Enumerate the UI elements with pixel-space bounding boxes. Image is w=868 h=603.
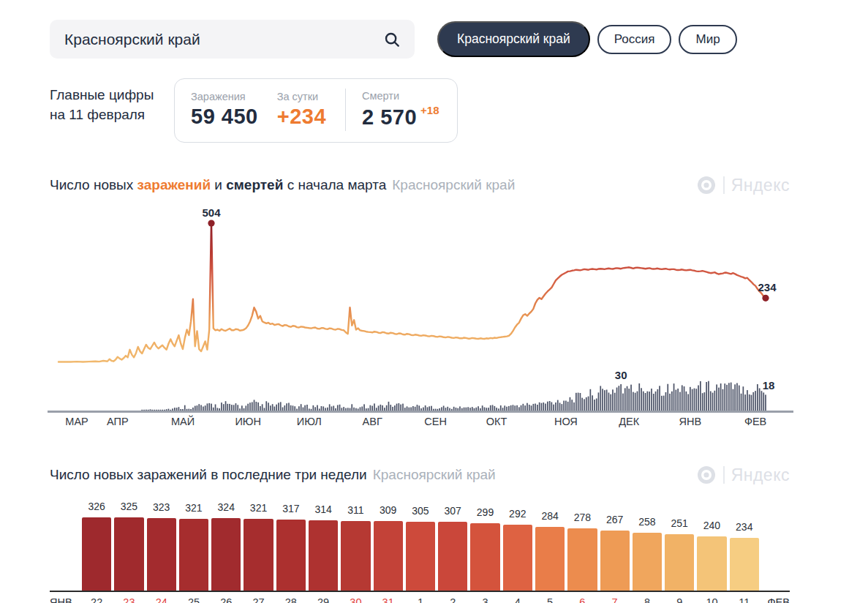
date-label: 23: [114, 596, 143, 603]
bar-column[interactable]: 323: [147, 501, 176, 591]
watermark-divider: [723, 176, 725, 194]
month-label: ОКТ: [486, 416, 507, 427]
date-label: 27: [244, 596, 273, 603]
date-label: 7: [600, 596, 630, 603]
bar-column[interactable]: 321: [179, 502, 208, 591]
bar-column[interactable]: 278: [567, 512, 597, 591]
stat-label: Заражения: [191, 91, 258, 102]
bar[interactable]: [535, 527, 565, 591]
bar-column[interactable]: 251: [665, 517, 694, 591]
bar-value-label: 240: [703, 520, 720, 531]
summary-heading-line1: Главные цифры: [50, 85, 174, 105]
chart2-header: Число новых заражений в последние три не…: [50, 465, 790, 485]
bar-column[interactable]: 305: [406, 505, 435, 591]
infections-line: [59, 223, 766, 362]
bar-value-label: 311: [347, 504, 363, 516]
month-label: МАР: [65, 416, 88, 427]
tab-world[interactable]: Мир: [679, 25, 736, 54]
bar[interactable]: [374, 521, 403, 591]
bar-column[interactable]: 267: [600, 514, 630, 591]
month-label: АПР: [107, 416, 129, 427]
bar[interactable]: [276, 520, 306, 591]
bar-column[interactable]: 325: [114, 501, 143, 591]
title-segment: Число новых: [50, 177, 137, 192]
search-icon[interactable]: [384, 31, 400, 48]
date-label: 26: [211, 596, 241, 603]
deaths-bars: [141, 381, 766, 411]
bar-value-label: 258: [638, 516, 655, 528]
bar[interactable]: [503, 525, 532, 591]
bar-column[interactable]: 321: [244, 502, 273, 591]
date-label: 10: [697, 596, 726, 603]
bar-column[interactable]: 258: [633, 516, 662, 591]
month-label: МАЙ: [171, 415, 195, 427]
bar-column[interactable]: 314: [309, 503, 338, 591]
bar-column[interactable]: 299: [470, 506, 499, 591]
bar-column[interactable]: 309: [374, 504, 403, 591]
search-box[interactable]: [50, 20, 415, 59]
bar[interactable]: [341, 521, 370, 591]
bar-value-label: 325: [121, 501, 137, 512]
date-label: 25: [179, 596, 208, 603]
bar[interactable]: [567, 528, 597, 591]
bar-column[interactable]: 292: [503, 508, 532, 591]
bar-column[interactable]: 240: [697, 520, 726, 591]
yandex-watermark: Яндекс: [696, 175, 790, 195]
bar[interactable]: [665, 534, 694, 591]
bar[interactable]: [730, 538, 759, 591]
bar[interactable]: [147, 518, 176, 591]
bar-value-label: 317: [282, 503, 299, 514]
bar-column[interactable]: 324: [211, 501, 241, 591]
stat-смерти: Смерти2 570+18: [362, 90, 439, 130]
bar[interactable]: [438, 522, 467, 591]
bar[interactable]: [600, 531, 630, 591]
bar[interactable]: [470, 523, 499, 591]
tab-region[interactable]: Красноярский край: [437, 21, 590, 57]
date-label: 24: [147, 596, 176, 603]
month-label: НОЯ: [554, 416, 578, 427]
bar-column[interactable]: 311: [341, 504, 370, 591]
bar-column[interactable]: 234: [730, 521, 759, 591]
bar-value-label: 326: [88, 501, 105, 512]
summary-section: Главные цифры на 11 февраля Заражения59 …: [50, 78, 868, 143]
bar[interactable]: [82, 517, 111, 591]
timeline-chart: МАРАПРМАЙИЮНИЮЛАВГСЕНОКТНОЯДЕКЯНВФЕВ5042…: [48, 200, 868, 433]
title-segment: с начала марта: [283, 177, 386, 192]
bar[interactable]: [406, 522, 435, 591]
date-label: 1: [406, 596, 435, 603]
stat-value: +234: [277, 105, 326, 129]
bar-value-label: 251: [671, 517, 688, 529]
chart2-title: Число новых заражений в последние три не…: [50, 467, 496, 483]
yandex-watermark-2: Яндекс: [696, 465, 790, 485]
search-input[interactable]: [64, 31, 384, 48]
stat-label: За сутки: [277, 91, 326, 102]
stat-value: 2 570+18: [362, 104, 439, 130]
stat-delta: +18: [420, 104, 439, 116]
bar-column[interactable]: 326: [82, 501, 111, 591]
stats-card: Заражения59 450За сутки+234Смерти2 570+1…: [174, 78, 458, 143]
bar[interactable]: [309, 520, 338, 591]
bar[interactable]: [211, 518, 241, 591]
bar-column[interactable]: 284: [535, 510, 565, 591]
bar-value-label: 314: [314, 503, 331, 515]
bars-annotation: 18: [763, 379, 775, 392]
bar[interactable]: [633, 533, 662, 591]
bar-column[interactable]: 307: [438, 505, 467, 591]
bar-value-label: 307: [445, 505, 461, 517]
date-label: 2: [438, 596, 467, 603]
bar[interactable]: [114, 517, 143, 591]
bar-value-label: 299: [477, 506, 494, 518]
summary-heading: Главные цифры на 11 февраля: [50, 78, 174, 124]
chart1-header: Число новых заражений и смертей с начала…: [50, 175, 790, 195]
top-bar: Красноярский крайРоссияМир: [50, 20, 868, 59]
bar-value-label: 321: [185, 502, 202, 514]
bar[interactable]: [244, 519, 273, 591]
title-region: Красноярский край: [373, 467, 496, 482]
month-label: ИЮЛ: [297, 416, 322, 427]
line-annotation: 234: [758, 281, 777, 293]
tab-russia[interactable]: Россия: [597, 25, 672, 54]
bar[interactable]: [697, 536, 726, 591]
bar[interactable]: [179, 519, 208, 591]
line-annotation: 504: [202, 206, 221, 219]
bar-column[interactable]: 317: [276, 503, 306, 591]
